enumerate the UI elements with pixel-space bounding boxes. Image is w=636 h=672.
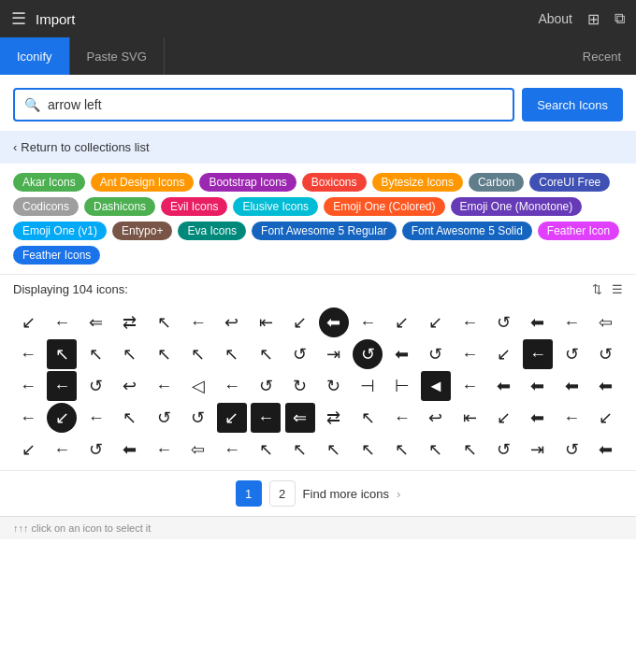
tag-item[interactable]: Dashicons xyxy=(84,197,155,216)
icon-cell[interactable]: ↖ xyxy=(115,403,145,433)
icon-cell[interactable]: ← xyxy=(47,307,77,337)
tag-item[interactable]: Emoji One (v1) xyxy=(13,222,107,240)
icon-cell[interactable]: ⇦ xyxy=(183,435,213,465)
icon-cell[interactable]: ← xyxy=(387,403,417,433)
icon-cell[interactable]: ⇄ xyxy=(319,403,349,433)
sort-icon[interactable]: ⇅ xyxy=(592,282,602,296)
icon-cell[interactable]: ↩ xyxy=(115,371,145,401)
icon-cell[interactable]: ⇤ xyxy=(251,307,281,337)
icon-cell[interactable]: ⇐ xyxy=(81,307,111,337)
icon-cell[interactable]: ↖ xyxy=(285,435,315,465)
icon-cell[interactable]: ⇦ xyxy=(591,307,621,337)
icon-cell[interactable]: ↺ xyxy=(556,435,586,465)
icon-cell[interactable]: ◄ xyxy=(421,371,451,401)
icon-cell[interactable]: ↖ xyxy=(183,339,213,369)
icon-cell[interactable]: ↙ xyxy=(421,307,451,337)
icon-cell[interactable]: ↺ xyxy=(81,371,111,401)
page-2-button[interactable]: 2 xyxy=(269,480,296,507)
icon-cell[interactable]: ↺ xyxy=(421,339,451,369)
icon-cell[interactable]: ⇥ xyxy=(319,339,349,369)
icon-cell[interactable]: ↺ xyxy=(285,339,315,369)
tab-paste-svg[interactable]: Paste SVG xyxy=(70,37,165,75)
icon-cell[interactable]: ← xyxy=(13,403,43,433)
tag-item[interactable]: Entypo+ xyxy=(112,222,172,240)
icon-cell[interactable]: ↖ xyxy=(251,339,281,369)
icon-cell[interactable]: ← xyxy=(556,307,586,337)
icon-cell[interactable]: ↺ xyxy=(149,403,179,433)
tag-item[interactable]: Emoji One (Colored) xyxy=(324,197,444,216)
icon-cell[interactable]: ↩ xyxy=(421,403,451,433)
icon-cell[interactable]: ↙ xyxy=(489,339,519,369)
tag-item[interactable]: Font Awesome 5 Solid xyxy=(402,222,532,240)
icon-cell[interactable]: ↖ xyxy=(353,435,383,465)
grid-view-icon[interactable]: ☰ xyxy=(612,282,623,296)
icon-cell[interactable]: ↖ xyxy=(251,435,281,465)
icon-cell[interactable]: ⇐ xyxy=(285,403,315,433)
icon-cell[interactable]: ⬅ xyxy=(319,307,349,337)
tag-item[interactable]: Ant Design Icons xyxy=(91,173,195,192)
icon-cell[interactable]: ↖ xyxy=(149,339,179,369)
icon-cell[interactable]: ← xyxy=(455,339,484,369)
icon-cell[interactable]: ↺ xyxy=(556,339,586,369)
icon-cell[interactable]: ↻ xyxy=(319,371,349,401)
icon-cell[interactable]: ← xyxy=(556,403,586,433)
icon-cell[interactable]: ◁ xyxy=(183,371,213,401)
icon-cell[interactable]: ⇤ xyxy=(455,403,484,433)
grid-icon[interactable]: ⊞ xyxy=(587,10,600,28)
icon-cell[interactable]: ↖ xyxy=(47,339,77,369)
tag-item[interactable]: Font Awesome 5 Regular xyxy=(252,222,397,240)
tag-item[interactable]: Elusive Icons xyxy=(233,197,318,216)
icon-cell[interactable]: ↖ xyxy=(115,339,145,369)
icon-cell[interactable]: ← xyxy=(455,307,484,337)
icon-cell[interactable]: ↺ xyxy=(353,339,383,369)
icon-cell[interactable]: ← xyxy=(217,435,247,465)
icon-cell[interactable]: ↙ xyxy=(13,435,43,465)
icon-cell[interactable]: ↙ xyxy=(489,403,519,433)
icon-cell[interactable]: ↖ xyxy=(455,435,484,465)
icon-cell[interactable]: ↙ xyxy=(13,307,43,337)
return-link[interactable]: ‹ Return to collections list xyxy=(0,131,636,164)
icon-cell[interactable]: ⬅ xyxy=(387,339,417,369)
tab-iconify[interactable]: Iconify xyxy=(0,37,70,75)
menu-icon[interactable]: ☰ xyxy=(11,8,26,29)
icon-cell[interactable]: ↺ xyxy=(591,339,621,369)
page-1-button[interactable]: 1 xyxy=(236,480,262,507)
about-link[interactable]: About xyxy=(538,11,572,26)
icon-cell[interactable]: ← xyxy=(149,371,179,401)
icon-cell[interactable]: ↺ xyxy=(489,435,519,465)
search-button[interactable]: Search Icons xyxy=(522,88,623,122)
icon-cell[interactable]: ↖ xyxy=(353,403,383,433)
icon-cell[interactable]: ↖ xyxy=(387,435,417,465)
icon-cell[interactable]: ↙ xyxy=(217,403,247,433)
icon-cell[interactable]: ⇄ xyxy=(115,307,145,337)
search-input[interactable] xyxy=(48,97,503,112)
icon-cell[interactable]: ⬅ xyxy=(523,307,553,337)
tag-item[interactable]: Feather Icon xyxy=(538,222,619,240)
icon-cell[interactable]: ← xyxy=(353,307,383,337)
icon-cell[interactable]: ↖ xyxy=(421,435,451,465)
tag-item[interactable]: Feather Icons xyxy=(13,246,100,265)
icon-cell[interactable]: ↺ xyxy=(183,403,213,433)
icon-cell[interactable]: ← xyxy=(47,371,77,401)
tag-item[interactable]: CoreUI Free xyxy=(529,173,610,192)
icon-cell[interactable]: ⊣ xyxy=(353,371,383,401)
icon-cell[interactable]: ↺ xyxy=(489,307,519,337)
icon-cell[interactable]: ⬅ xyxy=(591,371,621,401)
icon-cell[interactable]: ← xyxy=(81,403,111,433)
pagination-next-arrow[interactable]: › xyxy=(397,487,400,501)
icon-cell[interactable]: ← xyxy=(13,371,43,401)
icon-cell[interactable]: ⬅ xyxy=(489,371,519,401)
icon-cell[interactable]: ↙ xyxy=(285,307,315,337)
icon-cell[interactable]: ↖ xyxy=(149,307,179,337)
icon-cell[interactable]: ↖ xyxy=(217,339,247,369)
icon-cell[interactable]: ← xyxy=(13,339,43,369)
icon-cell[interactable]: ⬅ xyxy=(523,403,553,433)
tag-item[interactable]: Bytesize Icons xyxy=(372,173,463,192)
icon-cell[interactable]: ← xyxy=(183,307,213,337)
icon-cell[interactable]: ⇥ xyxy=(523,435,553,465)
tag-item[interactable]: Eva Icons xyxy=(178,222,246,240)
tag-item[interactable]: Emoji One (Monotone) xyxy=(451,197,583,216)
tag-item[interactable]: Carbon xyxy=(469,173,524,192)
icon-cell[interactable]: ↩ xyxy=(217,307,247,337)
icon-cell[interactable]: ↙ xyxy=(387,307,417,337)
